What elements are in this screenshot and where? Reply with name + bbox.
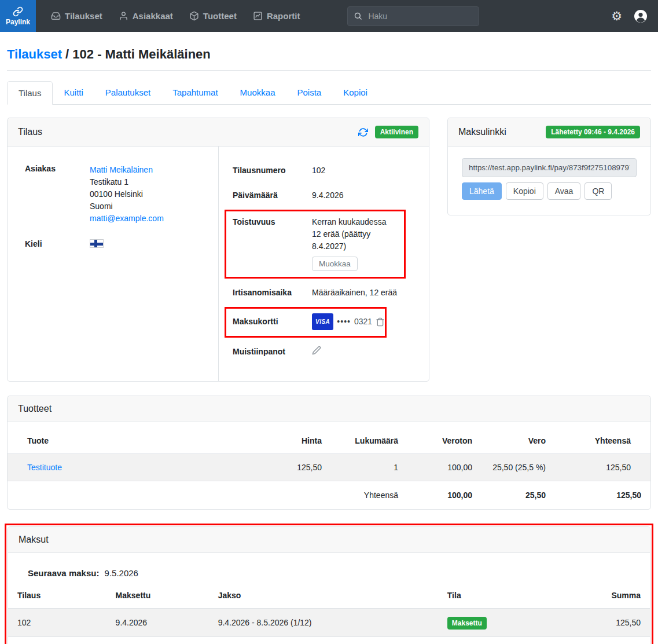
nav-label: Tuotteet <box>203 11 237 21</box>
recurrence-highlight-box: Toistuvuus Kerran kuukaudessa 12 erää (p… <box>225 210 406 279</box>
col-tuote: Tuote <box>8 422 267 454</box>
payments-highlight-box: Maksut Seuraava maksu: 9.5.2026 Tilaus M… <box>5 524 653 644</box>
order-card: Tilaus Aktiivinen Asiakas Matti Meikäläi… <box>7 118 429 382</box>
notice-period-value: Määräaikainen, 12 erää <box>312 287 397 299</box>
product-name-link[interactable]: Testituote <box>27 463 62 472</box>
order-card-header: Tilaus Aktiivinen <box>8 118 429 147</box>
nav-item-raportit[interactable]: Raportit <box>253 11 300 21</box>
tab-muokkaa[interactable]: Muokkaa <box>229 81 286 105</box>
search-input[interactable] <box>367 11 473 21</box>
nav-label: Asiakkaat <box>133 11 173 21</box>
col-jakso: Jakso <box>209 578 438 609</box>
order-number-label: Tilausnumero <box>233 164 312 177</box>
card-masked-digits: •••• <box>337 316 351 328</box>
tab-kuitti[interactable]: Kuitti <box>53 81 94 105</box>
payment-period: 9.4.2026 - 8.5.2026 (1/12) <box>209 609 438 637</box>
trash-icon[interactable] <box>376 317 385 327</box>
col-lukumaara: Lukumäärä <box>331 422 407 454</box>
products-header-row: Tuote Hinta Lukumäärä Veroton Vero Yhtee… <box>8 422 650 454</box>
send-button[interactable]: Lähetä <box>462 182 502 200</box>
product-total: 125,50 <box>555 454 650 481</box>
notes-label: Muistiinpanot <box>233 346 312 358</box>
col-veroton: Veroton <box>407 422 481 454</box>
order-number-value: 102 <box>312 164 325 177</box>
payment-link-buttons: Lähetä Kopioi Avaa QR <box>462 182 637 200</box>
user-icon <box>119 11 128 21</box>
nav-menu: Tilaukset Asiakkaat Tuotteet Raportit <box>51 11 300 21</box>
col-hinta: Hinta <box>267 422 331 454</box>
link-icon <box>13 6 23 17</box>
gear-icon[interactable]: ⚙ <box>611 10 622 22</box>
tab-poista[interactable]: Poista <box>286 81 332 105</box>
inbox-icon <box>51 11 61 21</box>
payment-card-highlight-box: Maksukortti VISA •••• 0321 <box>225 307 387 338</box>
payment-order-id: 102 <box>8 609 106 637</box>
date-value: 9.4.2026 <box>312 189 344 202</box>
search-box <box>347 6 479 26</box>
customer-name-link[interactable]: Matti Meikäläinen <box>90 165 153 174</box>
brand-label: Paylink <box>6 18 30 26</box>
nav-item-tilaukset[interactable]: Tilaukset <box>51 11 102 21</box>
recurrence-value: Kerran kuukaudessa 12 erää (päättyy 8.4.… <box>312 216 404 271</box>
open-button[interactable]: Avaa <box>547 182 581 200</box>
payment-link-title: Maksulinkki <box>458 127 506 137</box>
paylink-logo[interactable]: Paylink <box>0 0 36 32</box>
payments-card-title: Maksut <box>19 535 49 545</box>
visa-badge: VISA <box>312 313 333 330</box>
tab-tilaus[interactable]: Tilaus <box>7 81 53 105</box>
product-tax: 25,50 (25,5 %) <box>481 454 555 481</box>
total-label: Yhteensä <box>331 481 407 510</box>
payment-link-card: Maksulinkki Lähetetty 09:46 - 9.4.2026 L… <box>447 118 651 215</box>
user-avatar-icon[interactable] <box>634 9 648 23</box>
products-total-row: Yhteensä 100,00 25,50 125,50 <box>8 481 650 510</box>
payment-amount: 125,50 <box>602 609 650 637</box>
tab-tapahtumat[interactable]: Tapahtumat <box>161 81 229 105</box>
finland-flag-icon <box>90 239 104 248</box>
next-payment-label: Seuraava maksu: <box>28 568 99 578</box>
recurrence-edit-button[interactable]: Muokkaa <box>312 257 358 271</box>
payment-link-url-input[interactable] <box>462 158 637 177</box>
product-row: Testituote 125,50 1 100,00 25,50 (25,5 %… <box>8 454 650 481</box>
search-icon <box>354 12 362 20</box>
next-payment-line: Seuraava maksu: 9.5.2026 <box>8 553 650 578</box>
next-payment-value: 9.5.2026 <box>105 568 138 578</box>
products-table: Tuote Hinta Lukumäärä Veroton Vero Yhtee… <box>8 422 650 509</box>
qr-button[interactable]: QR <box>585 182 612 200</box>
address-line-2: 00100 Helsinki <box>90 189 143 199</box>
box-icon <box>189 11 199 21</box>
tab-kopioi[interactable]: Kopioi <box>332 81 378 105</box>
chart-icon <box>253 11 263 21</box>
address-line-3: Suomi <box>90 202 113 211</box>
nav-label: Raportit <box>267 11 300 21</box>
recurrence-label: Toistuvuus <box>233 216 312 271</box>
payment-date: 9.4.2026 <box>106 609 209 637</box>
top-navbar: Paylink Tilaukset Asiakkaat Tuotteet <box>0 0 658 32</box>
main-content: Tilaukset / 102 - Matti Meikäläinen Tila… <box>0 47 658 644</box>
total-sum: 125,50 <box>555 481 650 510</box>
language-label: Kieli <box>25 239 90 250</box>
payment-link-header: Maksulinkki Lähetetty 09:46 - 9.4.2026 <box>448 118 650 147</box>
copy-button[interactable]: Kopioi <box>506 182 543 200</box>
col-maksettu: Maksettu <box>106 578 209 609</box>
paid-badge: Maksettu <box>447 617 487 630</box>
tab-bar: Tilaus Kuitti Palautukset Tapahtumat Muo… <box>7 81 651 105</box>
customer-label: Asiakas <box>25 164 90 225</box>
col-tilaus: Tilaus <box>8 578 106 609</box>
refresh-icon[interactable] <box>358 127 368 137</box>
col-vero: Vero <box>481 422 555 454</box>
tab-palautukset[interactable]: Palautukset <box>94 81 161 105</box>
payment-card-value: VISA •••• 0321 <box>312 313 385 330</box>
nav-item-asiakkaat[interactable]: Asiakkaat <box>119 11 173 21</box>
pencil-icon[interactable] <box>312 346 321 355</box>
address-line-1: Testikatu 1 <box>90 177 128 186</box>
card-last4: 0321 <box>354 316 372 328</box>
product-quantity: 1 <box>331 454 407 481</box>
col-summa: Summa <box>602 578 650 609</box>
nav-item-tuotteet[interactable]: Tuotteet <box>189 11 237 21</box>
breadcrumb-root-link[interactable]: Tilaukset <box>7 47 62 61</box>
col-yhteensa: Yhteensä <box>555 422 650 454</box>
customer-email-link[interactable]: matti@example.com <box>90 214 164 223</box>
payments-card: Maksut Seuraava maksu: 9.5.2026 Tilaus M… <box>8 526 650 644</box>
customer-column: Asiakas Matti Meikäläinen Testikatu 1 00… <box>8 147 219 381</box>
products-card: Tuotteet Tuote Hinta Lukumäärä Veroton V… <box>7 396 651 510</box>
